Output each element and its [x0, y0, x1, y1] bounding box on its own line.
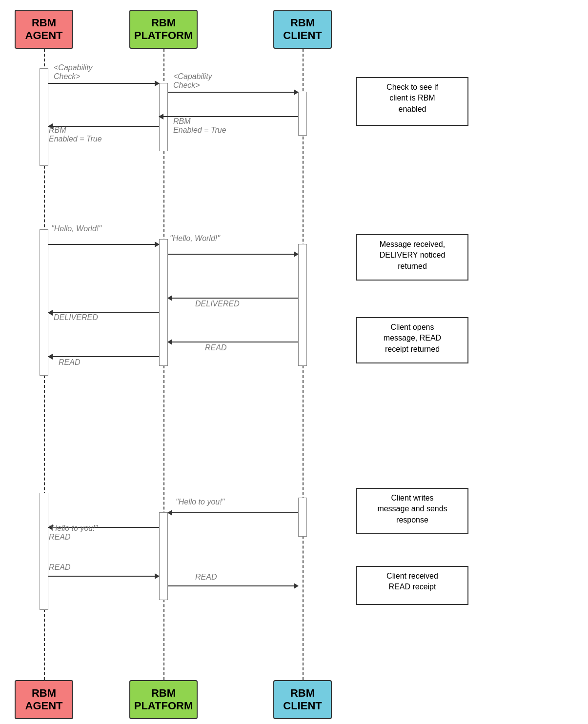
arrow-label-read-2: READ	[59, 358, 80, 367]
activation-client-act2	[298, 244, 307, 366]
activation-agent-act2	[40, 229, 48, 376]
actor-platform: RBM PLATFORM	[129, 10, 198, 49]
arrow-label-hello-you-1: "Hello to you!"	[176, 498, 224, 506]
note-note-delivery: Message received, DELIVERY noticed retur…	[356, 234, 468, 281]
sequence-diagram: RBM AGENTRBM PLATFORMRBM CLIENTRBM AGENT…	[0, 0, 588, 724]
note-note-read-receipt: Client received READ receipt	[356, 566, 468, 605]
arrow-label-read-3: READ	[49, 563, 70, 572]
note-note-capability: Check to see if client is RBM enabled	[356, 77, 468, 126]
arrow-label-cap-check-2: <Capability Check>	[173, 72, 212, 90]
arrow-label-read-1: READ	[205, 343, 226, 352]
arrow-hello-world-2	[168, 254, 298, 255]
activation-client-act3	[298, 498, 307, 537]
arrow-delivered-1	[168, 298, 298, 299]
arrow-hello-world-1	[48, 244, 159, 245]
activation-agent-act1	[40, 68, 48, 166]
arrow-label-rbm-enabled-2: RBM Enabled = True	[49, 126, 102, 143]
arrow-hello-you-1	[168, 512, 298, 513]
arrow-label-cap-check-1: <Capability Check>	[54, 63, 93, 81]
activation-platform-act3	[159, 512, 168, 600]
arrow-label-read-4: READ	[195, 573, 217, 582]
arrow-label-hello-world-2: "Hello, World!"	[170, 234, 220, 243]
actor-bottom-client-b: RBM CLIENT	[273, 680, 332, 719]
actor-agent: RBM AGENT	[15, 10, 73, 49]
arrow-label-hello-you-2: "Hello to you!" READ	[49, 524, 98, 542]
activation-client-act1	[298, 92, 307, 136]
arrow-read-4	[168, 585, 298, 586]
arrow-read-2	[48, 356, 159, 357]
arrow-read-1	[168, 342, 298, 342]
arrow-label-rbm-enabled-1: RBM Enabled = True	[173, 117, 226, 135]
arrow-cap-check-2	[168, 92, 298, 93]
actor-bottom-platform-b: RBM PLATFORM	[129, 680, 198, 719]
arrow-label-hello-world-1: "Hello, World!"	[51, 224, 101, 233]
arrow-label-delivered-2: DELIVERED	[54, 313, 98, 322]
activation-agent-act3	[40, 493, 48, 610]
arrow-cap-check-1	[48, 83, 159, 84]
arrow-read-3	[48, 576, 159, 577]
activation-platform-act2	[159, 239, 168, 366]
actor-bottom-agent-b: RBM AGENT	[15, 680, 73, 719]
arrow-label-delivered-1: DELIVERED	[195, 300, 240, 308]
actor-client: RBM CLIENT	[273, 10, 332, 49]
note-note-writes: Client writes message and sends response	[356, 488, 468, 534]
note-note-read: Client opens message, READ receipt retur…	[356, 317, 468, 363]
